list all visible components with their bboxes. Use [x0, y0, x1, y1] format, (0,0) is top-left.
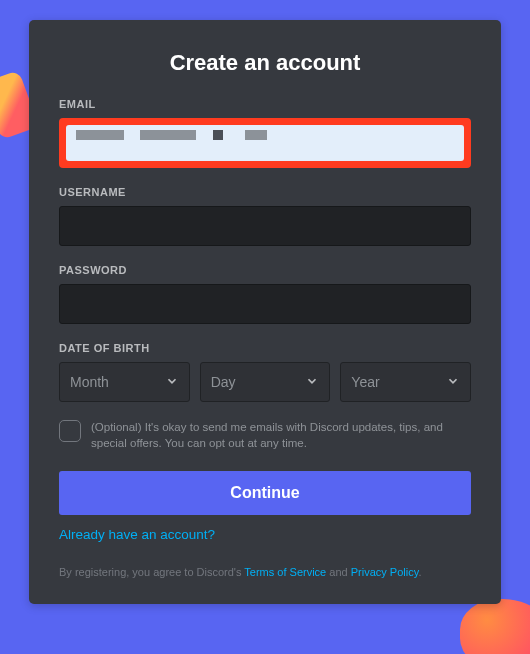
year-select[interactable]: Year: [340, 362, 471, 402]
privacy-policy-link[interactable]: Privacy Policy: [351, 566, 419, 578]
chevron-down-icon: [165, 374, 179, 391]
email-highlight: [59, 118, 471, 168]
dob-field-block: DATE OF BIRTH Month Day Year: [59, 342, 471, 402]
day-select[interactable]: Day: [200, 362, 331, 402]
email-input[interactable]: [66, 125, 464, 161]
register-card: Create an account EMAIL USERNAME PASSWOR…: [29, 20, 501, 604]
email-label: EMAIL: [59, 98, 471, 110]
password-input[interactable]: [59, 284, 471, 324]
marketing-optin-checkbox[interactable]: [59, 420, 81, 442]
username-input[interactable]: [59, 206, 471, 246]
dob-label: DATE OF BIRTH: [59, 342, 471, 354]
chevron-down-icon: [305, 374, 319, 391]
terms-text: By registering, you agree to Discord's T…: [59, 565, 471, 580]
username-field-block: USERNAME: [59, 186, 471, 246]
password-field-block: PASSWORD: [59, 264, 471, 324]
terms-and: and: [326, 566, 350, 578]
terms-of-service-link[interactable]: Terms of Service: [244, 566, 326, 578]
day-select-value: Day: [211, 374, 236, 390]
month-select-value: Month: [70, 374, 109, 390]
terms-suffix: .: [418, 566, 421, 578]
background-decoration: [460, 599, 530, 654]
year-select-value: Year: [351, 374, 379, 390]
page-title: Create an account: [59, 50, 471, 76]
email-field-block: EMAIL: [59, 98, 471, 168]
chevron-down-icon: [446, 374, 460, 391]
marketing-optin-text: (Optional) It's okay to send me emails w…: [91, 420, 471, 451]
terms-prefix: By registering, you agree to Discord's: [59, 566, 244, 578]
month-select[interactable]: Month: [59, 362, 190, 402]
marketing-optin-row: (Optional) It's okay to send me emails w…: [59, 420, 471, 451]
username-label: USERNAME: [59, 186, 471, 198]
continue-button[interactable]: Continue: [59, 471, 471, 515]
password-label: PASSWORD: [59, 264, 471, 276]
dob-row: Month Day Year: [59, 362, 471, 402]
already-have-account-link[interactable]: Already have an account?: [59, 527, 215, 542]
